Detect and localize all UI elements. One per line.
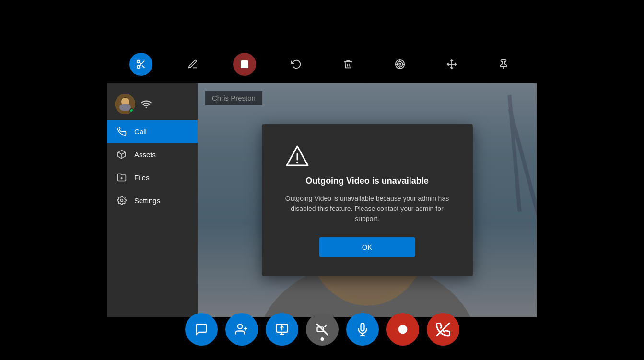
sidebar: Call Assets Files: [107, 83, 198, 317]
sidebar-item-settings[interactable]: Settings: [107, 189, 198, 212]
stop-button[interactable]: [233, 53, 256, 76]
sidebar-item-call[interactable]: Call: [107, 120, 198, 143]
sidebar-item-assets-label: Assets: [134, 151, 156, 159]
top-toolbar: [0, 53, 644, 76]
video-button[interactable]: [306, 313, 339, 346]
sidebar-user: [107, 88, 198, 120]
move-button[interactable]: [440, 53, 463, 76]
record-button[interactable]: [386, 313, 419, 346]
avatar: [115, 94, 135, 114]
settings-icon: [117, 196, 128, 205]
delete-button[interactable]: [337, 53, 360, 76]
sidebar-item-assets[interactable]: Assets: [107, 143, 198, 166]
files-icon: [117, 173, 128, 182]
dialog-overlay: Outgoing Video is unavailable Outgoing V…: [198, 83, 537, 317]
svg-line-4: [139, 62, 141, 64]
svg-point-1: [137, 66, 140, 69]
svg-point-8: [399, 63, 401, 65]
svg-rect-5: [241, 60, 248, 68]
svg-point-38: [296, 162, 298, 163]
add-people-button[interactable]: [225, 313, 258, 346]
call-icon: [117, 127, 128, 136]
dialog-title: Outgoing Video is unavailable: [285, 176, 450, 186]
video-area: Chris Preston Outgoing Video is unavaila…: [198, 83, 537, 317]
warning-icon: [285, 143, 450, 168]
chat-button[interactable]: [185, 313, 218, 346]
svg-point-7: [397, 62, 402, 67]
sidebar-item-call-label: Call: [134, 128, 147, 136]
end-call-button[interactable]: [427, 313, 459, 346]
sidebar-item-settings-label: Settings: [134, 197, 160, 205]
assets-icon: [117, 150, 128, 159]
pin-button[interactable]: [492, 53, 515, 76]
main-area: Call Assets Files: [107, 83, 537, 317]
svg-line-3: [142, 65, 144, 68]
pen-button[interactable]: [181, 53, 204, 76]
svg-point-23: [121, 199, 123, 202]
mute-button[interactable]: [346, 313, 379, 346]
svg-point-39: [237, 325, 242, 329]
undo-button[interactable]: [285, 53, 308, 76]
svg-point-49: [398, 325, 407, 334]
dialog-ok-button[interactable]: OK: [319, 237, 415, 257]
avatar-online-indicator: [129, 108, 134, 113]
sidebar-item-files-label: Files: [134, 174, 150, 182]
sidebar-item-files[interactable]: Files: [107, 166, 198, 189]
scissors-button[interactable]: [129, 53, 152, 76]
dialog: Outgoing Video is unavailable Outgoing V…: [262, 124, 473, 276]
screen-share-button[interactable]: [266, 313, 298, 346]
target-button[interactable]: [388, 53, 411, 76]
dialog-message: Outgoing Video is unavailable because yo…: [285, 194, 450, 224]
svg-point-0: [137, 60, 140, 63]
signal-icon: [141, 99, 152, 109]
call-controls: [0, 313, 644, 346]
